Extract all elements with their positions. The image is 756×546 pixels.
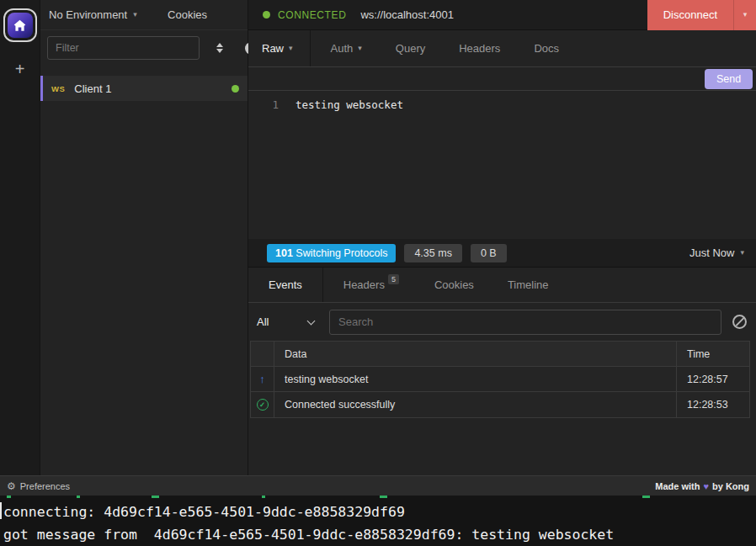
terminal-window: connecting: 4d69cf14-e565-4501-9ddc-e885…	[0, 496, 756, 546]
tab-body-raw[interactable]: Raw ▾	[248, 30, 310, 66]
response-tabs: Events Headers 5 Cookies Timeline	[248, 268, 756, 303]
made-with-kong-link[interactable]: Made with ♥ by Kong	[655, 481, 749, 491]
tab-label: Auth	[331, 42, 354, 55]
tab-auth[interactable]: Auth ▾	[311, 30, 379, 66]
connection-bar: CONNECTED ws://localhost:4001 Disconnect…	[248, 0, 756, 30]
tab-label: Docs	[534, 42, 559, 55]
events-table: Data Time ↑ testing websocket 12:28:57 ✓…	[250, 341, 750, 418]
app-rail: +	[0, 0, 40, 475]
event-icon-cell: ↑	[251, 367, 274, 391]
sidebar-filter-row: + ▾	[40, 30, 248, 66]
terminal-line: got message from 4d69cf14-e565-4501-9ddc…	[3, 523, 756, 546]
icon-column-header	[251, 342, 274, 366]
sort-button[interactable]	[213, 40, 226, 56]
home-icon	[13, 19, 27, 33]
clipped-log-fragment	[77, 496, 80, 498]
status-text: Switching Protocols	[295, 247, 387, 259]
preferences-button[interactable]: ⚙ Preferences	[7, 481, 70, 491]
workspace: + No Environment ▾ Cookies + ▾	[0, 0, 756, 475]
event-type-select[interactable]: All	[257, 315, 317, 328]
websocket-url-input[interactable]: ws://localhost:4001	[360, 8, 647, 21]
send-button[interactable]: Send	[705, 69, 753, 89]
tab-query[interactable]: Query	[379, 30, 442, 66]
disconnect-button[interactable]: Disconnect	[647, 0, 733, 30]
made-with-label: Made with	[655, 481, 700, 491]
chevron-down-icon: ▾	[289, 45, 293, 52]
tab-headers[interactable]: Headers	[442, 30, 517, 66]
app-status-bar: ⚙ Preferences Made with ♥ by Kong	[0, 475, 756, 496]
send-row: Send	[248, 67, 756, 91]
data-column-header: Data	[274, 342, 677, 366]
table-header-row: Data Time	[251, 342, 749, 367]
event-data-cell: testing websocket	[274, 367, 677, 391]
disconnect-button-group: Disconnect ▾	[647, 0, 756, 30]
clipped-log-fragment	[7, 496, 11, 498]
table-row[interactable]: ↑ testing websocket 12:28:57	[251, 367, 749, 392]
event-icon-cell: ✓	[251, 392, 274, 417]
cookies-button[interactable]: Cookies	[168, 8, 207, 21]
disconnect-dropdown-button[interactable]: ▾	[733, 0, 756, 30]
events-filter-row: All	[248, 303, 756, 341]
tab-response-headers[interactable]: Headers 5	[323, 268, 418, 302]
response-history-dropdown[interactable]: Just Now ▾	[689, 246, 744, 259]
sidebar-top-bar: No Environment ▾ Cookies	[40, 0, 248, 30]
insomnia-app-window: + No Environment ▾ Cookies + ▾	[0, 0, 756, 546]
table-row[interactable]: ✓ Connected successfully 12:28:53	[251, 392, 749, 417]
by-kong-label: by Kong	[712, 481, 749, 491]
clipped-log-fragment	[380, 496, 387, 498]
response-status-badge: 101 Switching Protocols	[267, 244, 396, 262]
client-connected-dot	[232, 85, 239, 93]
environment-label: No Environment	[49, 8, 127, 21]
tab-events[interactable]: Events	[248, 268, 322, 302]
empty-area	[248, 418, 756, 475]
main-pane: CONNECTED ws://localhost:4001 Disconnect…	[248, 0, 756, 475]
tab-response-cookies[interactable]: Cookies	[418, 268, 491, 302]
headers-count-badge: 5	[388, 274, 399, 284]
environment-dropdown[interactable]: No Environment ▾	[49, 8, 168, 21]
message-editor[interactable]: 1 testing websocket	[248, 91, 756, 239]
event-type-value: All	[257, 315, 269, 328]
tab-docs[interactable]: Docs	[517, 30, 576, 66]
new-project-button[interactable]: +	[15, 61, 25, 77]
tab-label: Headers	[343, 278, 385, 291]
arrow-up-icon: ↑	[259, 373, 265, 385]
recency-label: Just Now	[689, 246, 734, 259]
clipped-log-fragment	[152, 496, 159, 498]
gear-icon: ⚙	[7, 481, 16, 491]
tab-label: Raw	[262, 42, 284, 55]
tab-label: Events	[269, 278, 302, 291]
terminal-line: connecting: 4d69cf14-e565-4501-9ddc-e885…	[3, 501, 756, 523]
editor-content[interactable]: testing websocket	[295, 98, 403, 239]
clear-events-icon[interactable]	[732, 315, 747, 329]
event-time-cell: 12:28:57	[677, 367, 749, 391]
home-button[interactable]	[3, 8, 37, 42]
clipped-log-fragment	[642, 496, 650, 498]
chevron-down-icon: ▾	[743, 11, 748, 19]
client-name: Client 1	[74, 82, 222, 95]
check-circle-icon: ✓	[257, 399, 269, 411]
tab-label: Query	[396, 42, 425, 55]
chevron-down-icon: ▾	[133, 11, 137, 19]
sidebar-item-client-1[interactable]: WS Client 1	[40, 76, 248, 101]
response-duration-badge: 4.35 ms	[404, 244, 461, 262]
clipped-log-fragment	[262, 496, 265, 498]
connected-dot-icon	[263, 11, 270, 19]
chevron-down-icon: ▾	[740, 249, 744, 257]
tab-label: Headers	[459, 42, 500, 55]
chevron-down-icon	[307, 316, 316, 325]
event-data-cell: Connected successfully	[274, 392, 677, 417]
request-tabs: Raw ▾ Auth ▾ Query Headers Docs	[248, 30, 756, 67]
sort-down-icon	[216, 49, 223, 53]
home-button-face[interactable]	[8, 13, 33, 38]
terminal-cursor	[0, 502, 2, 519]
connection-status: CONNECTED	[278, 9, 346, 21]
tab-timeline[interactable]: Timeline	[491, 268, 566, 302]
events-search-input[interactable]	[329, 310, 721, 335]
response-size-badge: 0 B	[471, 244, 507, 262]
chevron-down-icon: ▾	[358, 45, 362, 52]
ws-method-tag: WS	[51, 84, 65, 93]
sidebar-filter-input[interactable]	[47, 36, 200, 60]
event-time-cell: 12:28:53	[677, 392, 749, 417]
editor-line-number: 1	[248, 98, 285, 239]
response-meta-bar: 101 Switching Protocols 4.35 ms 0 B Just…	[248, 239, 756, 268]
